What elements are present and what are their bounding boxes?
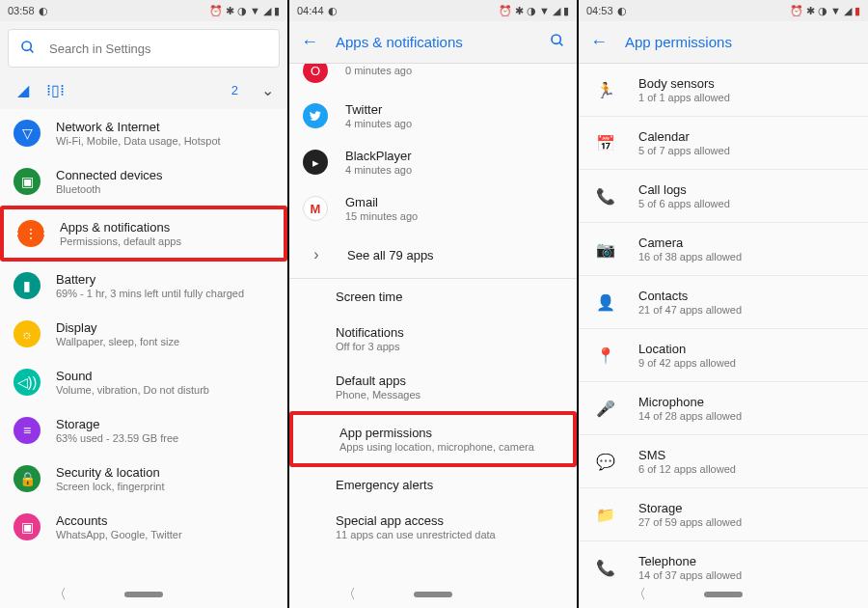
nav-home-pill[interactable] [704, 592, 743, 597]
settings-item[interactable]: ⋮⋮⋮ Apps & notifications Permissions, de… [0, 206, 287, 262]
sim-icon: ◢ [17, 81, 29, 99]
settings-item[interactable]: ▽ Network & Internet Wi-Fi, Mobile, Data… [0, 109, 287, 157]
recent-app-row[interactable]: M Gmail 15 minutes ago [289, 185, 577, 232]
battery-icon: ▮ [274, 5, 280, 17]
permission-row[interactable]: 📍 Location 9 of 42 apps allowed [579, 329, 868, 382]
app-icon: ▸ [303, 150, 328, 175]
see-all-apps[interactable]: › See all 79 apps [289, 232, 577, 278]
header-bar: ← Apps & notifications [289, 21, 577, 64]
chevron-down-icon: ⌄ [261, 81, 274, 99]
section-item[interactable]: Default apps Phone, Messages [289, 363, 577, 411]
section-title: Emergency alerts [336, 478, 563, 492]
nav-back-icon[interactable]: 〈 [633, 586, 646, 603]
permission-title: SMS [638, 448, 736, 462]
settings-item[interactable]: ◁)) Sound Volume, vibration, Do not dist… [0, 358, 287, 406]
section-item[interactable]: Special app access 11 apps can use unres… [289, 503, 577, 551]
permission-row[interactable]: 📅 Calendar 5 of 7 apps allowed [579, 117, 868, 170]
settings-item[interactable]: ≡ Storage 63% used - 23.59 GB free [0, 406, 287, 455]
setting-icon: ≡ [14, 417, 41, 444]
nav-back-icon[interactable]: 〈 [53, 586, 67, 603]
recent-app-row[interactable]: Twitter 4 minutes ago [289, 93, 577, 139]
permission-row[interactable]: 🏃 Body sensors 1 of 1 apps allowed [579, 64, 868, 117]
permission-title: Storage [638, 501, 742, 515]
permission-row[interactable]: 📁 Storage 27 of 59 apps allowed [579, 488, 868, 541]
permission-row[interactable]: 💬 SMS 6 of 12 apps allowed [579, 435, 868, 488]
permission-title: Body sensors [638, 76, 730, 91]
back-arrow-icon[interactable]: ← [590, 32, 608, 52]
settings-item[interactable]: ▣ Connected devices Bluetooth [0, 157, 287, 206]
section-item[interactable]: Notifications Off for 3 apps [289, 315, 577, 363]
permission-icon: 🏃 [592, 76, 619, 103]
app-icon: M [303, 196, 328, 221]
battery-low-icon: ▮ [854, 5, 860, 17]
alarm-icon: ⏰ [790, 5, 803, 17]
rotate-icon: ◑ [237, 5, 247, 17]
app-name: Gmail [345, 195, 418, 209]
settings-list[interactable]: ▽ Network & Internet Wi-Fi, Mobile, Data… [0, 109, 287, 608]
header-bar: ← App permissions [579, 21, 868, 64]
section-title: Special app access [336, 513, 563, 528]
nav-home-pill[interactable] [124, 592, 163, 597]
permission-row[interactable]: 🎤 Microphone 14 of 28 apps allowed [579, 382, 868, 435]
app-permissions-screen: 04:53 ◐ ⏰ ✱ ◑ ▼ ◢ ▮ ← App permissions 🏃 … [579, 0, 868, 608]
item-title: Battery [56, 272, 244, 287]
alarm-icon: ⏰ [209, 5, 223, 17]
search-settings[interactable]: Search in Settings [8, 29, 280, 68]
chevron-right-icon: › [303, 241, 330, 268]
status-bar: 03:58 ◐ ⏰ ✱ ◑ ▼ ◢ ▮ [0, 0, 287, 21]
signal-icon: ◢ [553, 5, 560, 17]
permission-title: Location [638, 342, 736, 356]
section-item[interactable]: Screen time [289, 279, 577, 315]
permission-subtitle: 1 of 1 apps allowed [638, 92, 730, 103]
permission-row[interactable]: 📷 Camera 16 of 38 apps allowed [579, 223, 868, 276]
item-subtitle: Bluetooth [56, 183, 163, 195]
item-title: Network & Internet [56, 120, 221, 134]
permission-icon: 👤 [592, 289, 619, 316]
permission-icon: 📅 [592, 129, 619, 156]
permission-title: Calendar [638, 129, 730, 144]
clock: 03:58 [8, 5, 35, 16]
nav-home-pill[interactable] [414, 592, 452, 597]
recent-app-row[interactable]: ▸ BlackPlayer 4 minutes ago [289, 139, 577, 185]
bluetooth-icon: ✱ [515, 5, 524, 17]
item-subtitle: Volume, vibration, Do not disturb [56, 384, 209, 396]
item-title: Display [56, 320, 179, 335]
permission-icon: 📷 [592, 235, 619, 263]
permission-title: Microphone [638, 395, 742, 409]
item-subtitle: 69% - 1 hr, 3 mins left until fully char… [56, 288, 244, 299]
section-item[interactable]: App permissions Apps using location, mic… [289, 411, 577, 467]
app-subtitle: 4 minutes ago [345, 164, 412, 176]
section-title: Notifications [336, 325, 563, 340]
wifi-icon: ▼ [539, 5, 550, 16]
battery-icon: ▮ [563, 5, 569, 17]
back-arrow-icon[interactable]: ← [301, 32, 318, 52]
permission-row[interactable]: 👤 Contacts 21 of 47 apps allowed [579, 276, 868, 329]
bluetooth-icon: ✱ [226, 5, 234, 17]
permissions-list[interactable]: 🏃 Body sensors 1 of 1 apps allowed 📅 Cal… [579, 64, 868, 608]
recent-app-row[interactable]: O 0 minutes ago [289, 64, 577, 93]
dnd-icon: ◐ [328, 5, 338, 17]
apps-list[interactable]: O 0 minutes ago Twitter 4 minutes ago ▸ … [289, 64, 577, 608]
permission-title: Camera [638, 235, 742, 250]
item-subtitle: Permissions, default apps [60, 235, 181, 247]
item-title: Accounts [56, 513, 182, 528]
settings-item[interactable]: ▮ Battery 69% - 1 hr, 3 mins left until … [0, 262, 287, 310]
section-subtitle: Phone, Messages [336, 389, 563, 401]
item-subtitle: Wallpaper, sleep, font size [56, 336, 179, 347]
app-subtitle: 4 minutes ago [345, 118, 412, 129]
nav-bar: 〈 [289, 581, 577, 608]
section-item[interactable]: Emergency alerts [289, 467, 577, 503]
search-icon [20, 40, 36, 58]
settings-item[interactable]: 🔒 Security & location Screen lock, finge… [0, 455, 287, 503]
permission-row[interactable]: 📞 Call logs 5 of 6 apps allowed [579, 170, 868, 223]
permission-subtitle: 9 of 42 apps allowed [638, 357, 736, 369]
suggestion-row[interactable]: ◢ ⁞▯⁞ 2 ⌄ [0, 75, 287, 109]
wifi-icon: ▼ [250, 5, 260, 16]
setting-icon: ▣ [14, 168, 41, 195]
search-icon[interactable] [550, 33, 565, 52]
settings-item[interactable]: ▣ Accounts WhatsApp, Google, Twitter [0, 503, 287, 551]
nav-back-icon[interactable]: 〈 [342, 586, 356, 603]
settings-item[interactable]: ☼ Display Wallpaper, sleep, font size [0, 310, 287, 358]
item-title: Connected devices [56, 168, 163, 182]
app-name: Twitter [345, 102, 412, 117]
